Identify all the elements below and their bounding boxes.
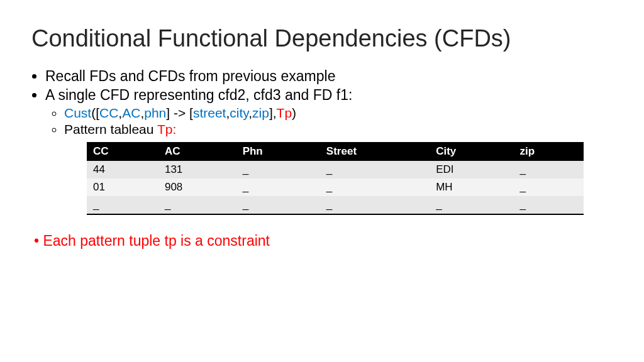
cell: _ [158,196,236,214]
pattern-table: CC AC Phn Street City zip 44 131 _ _ EDI… [87,142,584,215]
close-bracket: ], [269,106,277,120]
th-cc: CC [87,142,158,161]
slide-title: Conditional Functional Dependencies (CFD… [31,25,613,52]
cell: 131 [158,161,236,178]
bullet-2-text: A single CFD representing cfd2, cfd3 and… [45,87,352,103]
cell: _ [320,196,430,214]
cell: _ [87,196,158,214]
table-row: 44 131 _ _ EDI _ [87,161,584,178]
sub-bullet-list: Cust([CC,AC,phn] -> [street,city,zip],Tp… [45,106,613,137]
phn-text: phn [144,106,166,120]
table-row: _ _ _ _ _ _ [87,196,584,214]
cell: 908 [158,178,236,196]
table-header-row: CC AC Phn Street City zip [87,142,584,161]
pattern-prefix: Pattern tableau [64,122,157,136]
cell: _ [513,161,584,178]
sub-bullet-2: Pattern tableau Tp: [64,122,613,137]
cell: _ [320,178,430,196]
cell: _ [320,161,430,178]
th-city: City [430,142,513,161]
cust-text: Cust [64,106,91,120]
cell: MH [430,178,513,196]
th-zip: zip [513,142,584,161]
cell: _ [236,178,320,196]
cell: _ [236,161,320,178]
sub-bullet-1: Cust([CC,AC,phn] -> [street,city,zip],Tp… [64,106,613,121]
cell: _ [430,196,513,214]
zip-text: zip [252,106,269,120]
tp-text: Tp [277,106,292,120]
th-street: Street [320,142,430,161]
pattern-tp: Tp: [157,122,176,136]
end-paren: ) [292,106,296,120]
ac-text: AC [122,106,140,120]
cell: _ [513,196,584,214]
bullet-list: Recall FDs and CFDs from previous exampl… [31,68,613,137]
table-row: 01 908 _ _ MH _ [87,178,584,196]
street-text: street [193,106,226,120]
mid-text: ] -> [ [166,106,193,120]
cc-text: CC [99,106,118,120]
city-text: city [230,106,248,120]
open-bracket: ([ [91,106,99,120]
cell: 44 [87,161,158,178]
th-ac: AC [158,142,236,161]
cell: 01 [87,178,158,196]
cell: EDI [430,161,513,178]
constraint-bullet: Each pattern tuple tp is a constraint [31,233,613,250]
bullet-1: Recall FDs and CFDs from previous exampl… [45,68,613,85]
cell: _ [236,196,320,214]
cell: _ [513,178,584,196]
th-phn: Phn [236,142,320,161]
bullet-2: A single CFD representing cfd2, cfd3 and… [45,87,613,137]
